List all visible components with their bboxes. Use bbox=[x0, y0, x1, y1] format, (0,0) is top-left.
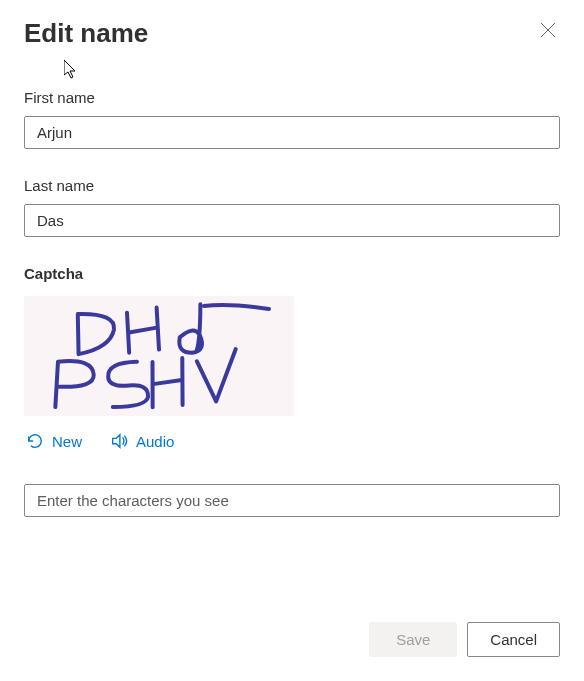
last-name-label: Last name bbox=[24, 177, 560, 194]
captcha-image bbox=[24, 296, 294, 416]
first-name-input[interactable] bbox=[24, 116, 560, 149]
captcha-actions: New Audio bbox=[24, 430, 560, 452]
captcha-audio-button[interactable]: Audio bbox=[108, 430, 176, 452]
dialog-header: Edit name bbox=[24, 18, 560, 49]
last-name-group: Last name bbox=[24, 177, 560, 237]
close-button[interactable] bbox=[536, 18, 560, 42]
first-name-label: First name bbox=[24, 89, 560, 106]
captcha-heading: Captcha bbox=[24, 265, 560, 282]
audio-icon bbox=[110, 432, 128, 450]
captcha-audio-label: Audio bbox=[136, 433, 174, 450]
refresh-icon bbox=[26, 432, 44, 450]
captcha-section: Captcha bbox=[24, 265, 560, 517]
cursor-icon bbox=[64, 60, 80, 80]
captcha-new-label: New bbox=[52, 433, 82, 450]
cancel-button[interactable]: Cancel bbox=[467, 622, 560, 657]
first-name-group: First name bbox=[24, 89, 560, 149]
dialog-footer: Save Cancel bbox=[369, 622, 560, 657]
captcha-new-button[interactable]: New bbox=[24, 430, 84, 452]
dialog-title: Edit name bbox=[24, 18, 148, 49]
captcha-distorted-text bbox=[29, 301, 289, 411]
last-name-input[interactable] bbox=[24, 204, 560, 237]
close-icon bbox=[540, 22, 556, 38]
save-button[interactable]: Save bbox=[369, 622, 457, 657]
captcha-input[interactable] bbox=[24, 484, 560, 517]
